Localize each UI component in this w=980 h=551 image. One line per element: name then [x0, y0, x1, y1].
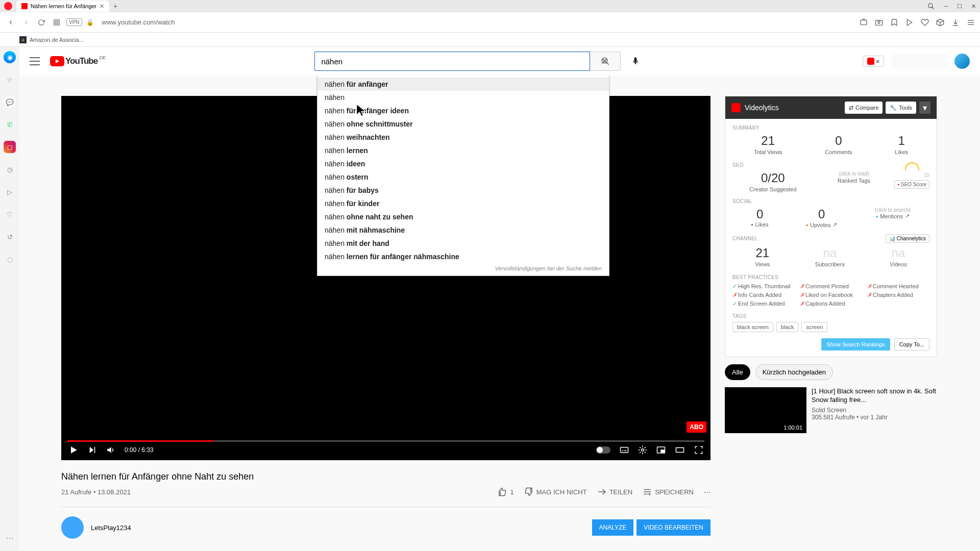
suggestion-item[interactable]: nähen ohne schnittmuster [317, 117, 609, 131]
heart-sidebar-icon[interactable]: ♡ [4, 208, 16, 220]
suggestion-item[interactable]: nähen für anfänger [317, 78, 609, 91]
youtube-logo[interactable]: YouTube DE [50, 56, 97, 66]
user-avatar[interactable] [954, 54, 970, 69]
opera-logo [4, 2, 12, 10]
send-icon[interactable] [905, 18, 914, 27]
video-title: Nähen lernen für Anfänger ohne Naht zu s… [61, 471, 710, 482]
channel-name[interactable]: LetsPlay1234 [91, 524, 131, 532]
suggestion-item[interactable]: nähen weihnachten [317, 131, 609, 144]
search-input[interactable] [314, 52, 590, 71]
new-tab-button[interactable]: + [113, 2, 117, 10]
social-upvotes-label[interactable]: ▪Upvotes ↗ [806, 221, 837, 228]
lock-icon[interactable]: 🔒 [86, 19, 94, 26]
download-icon[interactable] [951, 18, 960, 27]
heart-icon[interactable] [921, 18, 929, 27]
history-icon[interactable]: ↺ [4, 231, 16, 243]
svg-rect-6 [861, 20, 867, 24]
related-thumbnail[interactable]: 1:00:01 [725, 387, 806, 433]
analyze-button[interactable]: ANALYZE [592, 519, 634, 536]
tag-item[interactable]: black screen [732, 322, 773, 332]
suggestion-item[interactable]: nähen mit der hand [317, 237, 609, 250]
suggestions-report-link[interactable]: Vervollständigungen bei der Suche melden [317, 263, 609, 271]
search-icon[interactable] [927, 3, 935, 10]
close-icon[interactable]: ✕ [971, 3, 976, 10]
share-button[interactable]: TEILEN [597, 487, 633, 496]
volume-button[interactable] [106, 445, 115, 455]
play-button[interactable] [68, 445, 79, 455]
copy-to-button[interactable]: Copy To... [894, 338, 929, 350]
youtube-favicon [21, 3, 28, 9]
suggestion-item[interactable]: nähen mit nähmaschine [317, 223, 609, 237]
tubebuddy-badge[interactable]: ≡ [863, 56, 884, 67]
settings-button[interactable] [638, 445, 647, 455]
suggestion-item[interactable]: nähen für kinder [317, 197, 609, 210]
more-icon[interactable]: ⋯ [6, 533, 14, 543]
pin-icon[interactable]: ☆ [4, 73, 16, 86]
browser-tab[interactable]: Nähen lernen für Anfänger ✕ [16, 1, 109, 12]
channel-avatar[interactable] [61, 516, 84, 539]
workspace-icon[interactable]: ◉ [4, 51, 16, 63]
cube-icon[interactable] [936, 18, 944, 27]
like-button[interactable]: 1 [498, 487, 513, 496]
dislike-button[interactable]: MAG ICH NICHT [524, 487, 587, 496]
compare-button[interactable]: ⇄ Compare [845, 102, 883, 114]
location-icon[interactable]: ◌ [4, 253, 16, 265]
autoplay-toggle[interactable] [596, 446, 610, 454]
theater-button[interactable] [675, 445, 685, 455]
edit-video-button[interactable]: VIDEO BEARBEITEN [636, 519, 710, 536]
reload-button[interactable] [36, 17, 47, 28]
subtitles-button[interactable] [620, 445, 629, 455]
clear-search-icon[interactable]: ✕ [601, 56, 608, 67]
suggestion-item[interactable]: nähen [317, 91, 609, 104]
social-click-hint[interactable]: (click to search) [875, 207, 911, 213]
back-button[interactable] [5, 17, 16, 28]
save-button[interactable]: SPEICHERN [643, 487, 694, 496]
speed-dial-icon[interactable] [51, 17, 62, 28]
bookmark-icon[interactable] [890, 18, 898, 27]
guide-menu-button[interactable] [30, 57, 40, 65]
show-rankings-button[interactable]: Show Search Rankings [821, 338, 890, 350]
tag-item[interactable]: black [776, 322, 799, 332]
more-actions-button[interactable]: ⋯ [704, 488, 710, 496]
maximize-icon[interactable]: ☐ [957, 3, 962, 10]
suggestion-item[interactable]: nähen ostern [317, 170, 609, 184]
social-likes-label[interactable]: ▪Likes [751, 221, 769, 228]
instagram-icon[interactable]: ◻ [4, 141, 16, 153]
videolytics-dropdown[interactable]: ▾ [919, 102, 930, 114]
seo-click-hint[interactable]: (click to load) [814, 171, 895, 177]
best-practice-item: ✗Captions Added [800, 300, 862, 307]
clock-icon[interactable]: ◷ [4, 163, 16, 176]
fullscreen-button[interactable] [694, 445, 703, 455]
seo-score-badge[interactable]: ▪SEO Score [894, 180, 929, 189]
bookmark-item[interactable]: Amazon.de Associa... [30, 37, 84, 43]
forward-button[interactable] [20, 17, 32, 28]
tools-button[interactable]: 🔧 Tools [886, 102, 916, 114]
suggestion-item[interactable]: nähen lernen [317, 144, 609, 157]
svg-marker-20 [107, 447, 111, 453]
related-video[interactable]: 1:00:01 [1 Hour] Black screen soft snow … [725, 387, 937, 433]
suggestion-item[interactable]: nähen für anfänger ideen [317, 104, 609, 117]
summary-stat: 21Total Views [754, 134, 782, 155]
voice-search-button[interactable] [626, 52, 645, 71]
next-button[interactable] [88, 445, 97, 455]
chip-recent[interactable]: Kürzlich hochgeladen [755, 364, 833, 380]
tag-item[interactable]: screen [801, 322, 827, 332]
suggestion-item[interactable]: nähen für babys [317, 184, 609, 197]
channelytics-button[interactable]: 📊 Channelytics [886, 234, 929, 243]
chip-all[interactable]: Alle [725, 364, 750, 380]
snapshot-icon[interactable] [860, 18, 868, 27]
suggestion-item[interactable]: nähen ohne naht zu sehen [317, 210, 609, 223]
camera-icon[interactable] [875, 18, 883, 27]
vpn-badge[interactable]: VPN [66, 18, 82, 26]
tab-close-icon[interactable]: ✕ [100, 3, 104, 10]
menu-icon[interactable] [967, 18, 975, 27]
minimize-icon[interactable]: ─ [944, 3, 948, 9]
address-bar[interactable]: www.youtube.com/watch [98, 18, 855, 26]
play-icon[interactable]: ▷ [4, 186, 16, 198]
social-mentions-label[interactable]: ▪Mentions ↗ [875, 213, 911, 219]
messenger-icon[interactable]: 💬 [4, 96, 16, 108]
suggestion-item[interactable]: nähen ideen [317, 157, 609, 170]
miniplayer-button[interactable] [656, 445, 666, 455]
suggestion-item[interactable]: nähen lernen für anfänger nähmaschine [317, 250, 609, 263]
whatsapp-icon[interactable]: ✆ [4, 118, 16, 131]
